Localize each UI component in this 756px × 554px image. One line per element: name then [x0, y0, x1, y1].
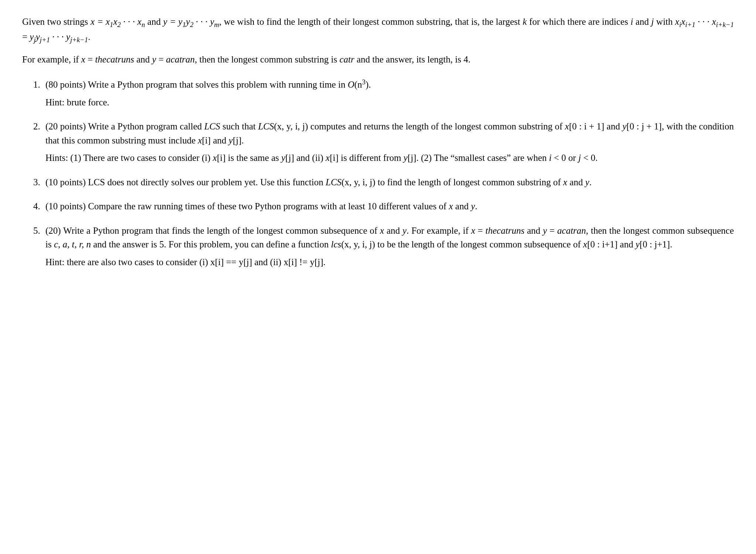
lcs: LCS [326, 177, 341, 187]
math: y [636, 239, 640, 249]
period: . [88, 32, 90, 42]
math-x-eq: x = x [91, 17, 110, 27]
text: is different from [338, 153, 403, 163]
text: and the answer is 5. For this problem, y… [91, 239, 331, 249]
args: (x, y, i, j) [341, 177, 375, 187]
math: x [583, 239, 587, 249]
text: and [384, 226, 402, 236]
math: x [213, 153, 217, 163]
text: for which there are indices [527, 17, 631, 27]
eq: = [85, 54, 95, 64]
sub: 2 [118, 21, 121, 28]
dots: · · · [695, 17, 712, 27]
math-x: x [449, 201, 453, 211]
math-x: x [563, 177, 567, 187]
bracket: [0 : i + 1] [569, 121, 604, 131]
text: and [145, 17, 163, 27]
text: and [604, 121, 622, 131]
example-y: acatran [557, 226, 586, 236]
math: y [66, 32, 70, 42]
example-x: thecatruns [95, 54, 134, 64]
bracket: [i] [202, 135, 211, 145]
intro-text-2: For example, if x = thecatruns and y = a… [22, 54, 470, 64]
math-y: y [402, 226, 406, 236]
example-x: thecatruns [486, 226, 525, 236]
text: For example, if [22, 54, 81, 64]
math: x [326, 153, 330, 163]
problem-4: (10 points) Compare the raw running time… [42, 199, 734, 213]
problem-1: (80 points) Write a Python program that … [42, 77, 734, 109]
eq: = [547, 226, 557, 236]
problem-list: (80 points) Write a Python program that … [22, 77, 734, 269]
bracket: [j] [408, 153, 416, 163]
text: and [633, 17, 651, 27]
lcs: LCS [204, 121, 220, 131]
sub: j+1 [40, 36, 50, 44]
period: . [369, 80, 371, 89]
math-y: y [543, 226, 547, 236]
math: y [403, 153, 408, 163]
big-o-end: ) [365, 80, 368, 89]
text: Given two strings [22, 17, 91, 27]
eq: = [22, 32, 30, 42]
example-y: acatran [166, 54, 195, 64]
sup: 3 [362, 78, 365, 86]
points: (10 points) [45, 177, 88, 187]
lcs: LCS [258, 121, 274, 131]
text: . (2) The “smallest cases” are when [416, 153, 549, 163]
points: (20) [45, 226, 63, 236]
sub: 2 [190, 21, 193, 28]
sub: i+1 [685, 21, 695, 28]
bracket: [0 : j+1] [640, 239, 670, 249]
big-o: O [348, 80, 354, 89]
text: < 0 or [552, 153, 578, 163]
period: . [475, 201, 477, 211]
text: , then the longest common substring is [195, 54, 340, 64]
text: . For example, if [406, 226, 471, 236]
dots: · · · [194, 17, 210, 27]
bracket: [i] [330, 153, 338, 163]
math: y [186, 17, 190, 27]
sub: j+k−1 [70, 36, 88, 44]
math: x [675, 17, 679, 27]
text: and (ii) [294, 153, 326, 163]
period: . [589, 177, 592, 187]
text: and the answer, its length, is 4. [354, 54, 470, 64]
text: to find the length of longest common sub… [375, 177, 563, 187]
text: Write a Python program that solves this … [88, 80, 348, 89]
math: x [681, 17, 685, 27]
text: to be the length of the longest common s… [375, 239, 583, 249]
sub: m [214, 21, 219, 28]
hint-text: Hint: brute force. [45, 97, 109, 107]
text: and [453, 201, 471, 211]
text: such that [220, 121, 258, 131]
intro-paragraph-2: For example, if x = thecatruns and y = a… [22, 53, 734, 67]
text: and [617, 239, 636, 249]
bracket: [0 : i+1] [587, 239, 617, 249]
big-o-inner: (n [354, 80, 362, 89]
math: y [210, 17, 214, 27]
hint-text: Hints: (1) There are two cases to consid… [45, 153, 213, 163]
math-y: y [471, 201, 475, 211]
math: y [281, 153, 285, 163]
text: and [524, 226, 543, 236]
text: with [654, 17, 675, 27]
intro-text: Given two strings x = x1x2 · · · xn and … [22, 17, 734, 42]
text: and [211, 135, 229, 145]
math-y-eq: y = y [163, 17, 183, 27]
hint-2: Hints: (1) There are two cases to consid… [45, 151, 734, 165]
text: Write a Python program called [88, 121, 204, 131]
sub: i+k−1 [716, 21, 734, 28]
math: x [565, 121, 569, 131]
problem-3: (10 points) LCS does not directly solves… [42, 175, 734, 189]
bracket: [j] [285, 153, 294, 163]
problem-2: (20 points) Write a Python program calle… [42, 119, 734, 165]
math-j: j [651, 17, 654, 27]
text: computes and returns the length of the l… [308, 121, 565, 131]
dots: · · · [121, 17, 137, 27]
math: y [229, 135, 233, 145]
math-y: y [152, 54, 156, 64]
problem-5: (20) Write a Python program that finds t… [42, 224, 734, 269]
math: x [712, 17, 716, 27]
text: Write a Python program that finds the le… [63, 226, 380, 236]
